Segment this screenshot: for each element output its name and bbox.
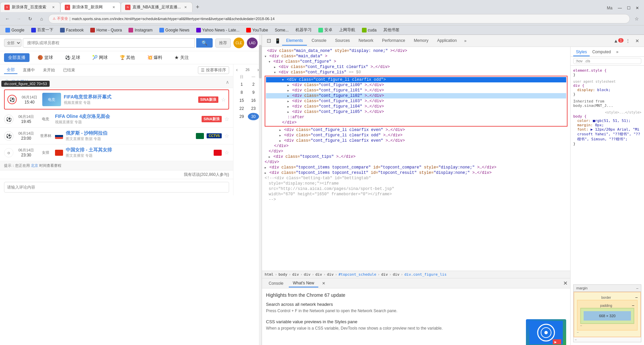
cal-day-23[interactable]: 23: [248, 105, 259, 112]
bc-html[interactable]: html: [265, 272, 274, 277]
reload-button[interactable]: ↻: [25, 14, 35, 23]
nav-basketball[interactable]: 🏀 篮球: [34, 53, 57, 62]
nav-follow[interactable]: ★ 关注: [170, 53, 193, 62]
style-selector-1[interactable]: element.style {: [573, 68, 641, 73]
nav-tennis[interactable]: 🎾 网球: [88, 53, 112, 62]
cal-day-30[interactable]: 30: [248, 113, 259, 120]
tab-3-close[interactable]: ✕: [183, 5, 188, 10]
bc-cont-figure-lis[interactable]: div.cont_figure_lis: [404, 272, 446, 277]
expand-triangle-8[interactable]: ▶: [287, 89, 289, 92]
nav-others[interactable]: 🏆 其他: [116, 53, 139, 62]
styles-tab-computed[interactable]: Computed: [590, 48, 613, 56]
close-bottom-panel[interactable]: ✕: [563, 280, 568, 286]
device-toggle-icon[interactable]: 📱: [273, 37, 281, 45]
close-devtools-icon[interactable]: ✕: [633, 37, 641, 45]
cal-day-22[interactable]: 22: [236, 105, 247, 112]
expand-triangle-9[interactable]: ▶: [287, 94, 289, 97]
inspect-icon[interactable]: ⊡: [265, 37, 273, 45]
html-line-11[interactable]: ▶ <div class="cont_figure_li04" >…</div>: [266, 104, 566, 109]
expand-triangle-12[interactable]: ▶: [287, 111, 289, 114]
search-button[interactable]: 🔍: [196, 38, 213, 48]
expand-triangle-5[interactable]: ▼: [274, 71, 276, 74]
nav-breaking[interactable]: 💥 爆料: [143, 53, 167, 62]
new-tab-button[interactable]: +: [193, 2, 203, 12]
address-bar[interactable]: ⚠ 不安全 | match.sports.sina.com.cn/index.h…: [48, 14, 630, 23]
html-line-5[interactable]: ▼ <div class="cont_figure_lis" == $0: [263, 70, 569, 75]
expand-triangle-tc[interactable]: ▶: [269, 155, 270, 158]
html-line-comment-5[interactable]: -->: [263, 197, 569, 202]
comment-input[interactable]: [4, 182, 229, 193]
html-line-2[interactable]: ▼ <div class="main_data" >: [263, 54, 569, 59]
tab-1[interactable]: S 新浪体育_百度搜索 ✕: [0, 2, 60, 12]
expand-triangle-cmp[interactable]: ▶: [265, 166, 266, 169]
bc-div-6[interactable]: div: [393, 272, 399, 277]
star-button-4[interactable]: ☆: [224, 149, 229, 156]
bc-div-3[interactable]: div: [315, 272, 322, 277]
filter-ended[interactable]: 已结束: [60, 67, 78, 74]
search-input[interactable]: [23, 38, 195, 48]
expand-triangle-2[interactable]: ▼: [265, 55, 266, 58]
bookmark-baidu[interactable]: 百度一下: [29, 26, 56, 33]
expand-triangle-4[interactable]: ▶: [274, 66, 276, 69]
bookmark-gnews[interactable]: Google News: [157, 27, 192, 33]
cal-day-16[interactable]: 16: [248, 97, 259, 104]
nav-all-live[interactable]: 全部直播: [4, 53, 30, 62]
bookmark-ml[interactable]: 机器学习: [293, 26, 314, 33]
bc-div-2[interactable]: div: [304, 272, 311, 277]
tab-elements[interactable]: Elements: [282, 36, 307, 46]
filter-live[interactable]: 直播中: [20, 67, 38, 74]
html-line-7[interactable]: ▶ <div class="cont_figure_li00" >…</div>: [266, 82, 566, 88]
bookmark-facebook[interactable]: Facebook: [57, 27, 87, 33]
html-line-topcont[interactable]: ▶ <div class="topcont_tips" >…</div>: [263, 154, 569, 159]
back-button[interactable]: ←: [3, 14, 12, 23]
filter-all[interactable]: 全部: [4, 66, 17, 74]
bookmark-quora[interactable]: Home - Quora: [88, 27, 124, 33]
bc-topcont-schedule[interactable]: #topcont_schedule: [338, 272, 376, 277]
tab-console-bottom[interactable]: Console: [265, 280, 287, 287]
bookmark-instagram[interactable]: Instagram: [126, 27, 155, 33]
home-button[interactable]: ⌂: [37, 14, 46, 23]
tab-memory[interactable]: Memory: [410, 36, 432, 46]
html-viewer[interactable]: <div class="main_data_none" style="displ…: [262, 47, 570, 271]
html-line-compare[interactable]: ▶ <div class="topcont_items topcont_comp…: [263, 165, 569, 170]
expand-triangle-6[interactable]: ▼: [282, 78, 284, 81]
styles-more-tabs[interactable]: »: [613, 48, 621, 56]
styles-filter-input[interactable]: [573, 58, 641, 64]
html-line-4[interactable]: ▶ <div class="cont_figure_tit clearfix" …: [263, 64, 569, 70]
tab-network[interactable]: Network: [355, 36, 377, 46]
filter-upcoming[interactable]: 未开始: [40, 67, 58, 74]
tab-application[interactable]: Application: [433, 36, 461, 46]
style-selector-div[interactable]: div {: [573, 83, 641, 88]
html-line-15[interactable]: ▶ <div class="cont_figure_li clearfix ev…: [263, 138, 569, 143]
html-line-9[interactable]: ▶ <div class="cont_figure_li02" >…</div>: [266, 93, 566, 98]
tab-sources[interactable]: Sources: [331, 36, 354, 46]
tab-whats-new-close[interactable]: ✕: [320, 279, 328, 287]
tab-2[interactable]: S 新浪体育_新浪网 ✕: [60, 2, 121, 12]
tab-performance[interactable]: Performance: [378, 36, 409, 46]
html-line-comment-3[interactable]: src="http://sina.aicai.com/pages/sina/sp…: [263, 186, 569, 192]
star-button-2[interactable]: ☆: [224, 116, 229, 122]
minimize-button[interactable]: —: [616, 4, 624, 12]
cal-day-15[interactable]: 15: [236, 97, 247, 104]
html-line-close-3[interactable]: </div>: [263, 149, 569, 154]
bc-div-1[interactable]: div: [292, 272, 299, 277]
tab-3[interactable]: N 直播_NBA直播_足球直播... ✕: [121, 2, 193, 12]
close-button[interactable]: ✕: [633, 4, 641, 12]
maximize-button[interactable]: ☐: [625, 4, 633, 12]
collapse-button[interactable]: ∧: [226, 79, 229, 85]
html-line-after[interactable]: ::after: [266, 115, 566, 120]
bookmark-google[interactable]: Google: [3, 27, 27, 33]
bookmark-yahoo[interactable]: Yahoo News - Late...: [194, 27, 242, 33]
bookmark-android[interactable]: 安卓: [316, 26, 335, 33]
html-line-close-2[interactable]: </div>: [263, 143, 569, 149]
expand-triangle-11[interactable]: ▶: [287, 105, 289, 108]
cal-day-9[interactable]: 9: [248, 89, 259, 96]
expand-triangle-14[interactable]: ▶: [279, 134, 281, 137]
nav-soccer[interactable]: ⚽ 足球: [61, 53, 85, 62]
html-line-3[interactable]: ▼ <div class="cont_figure" >: [263, 59, 569, 64]
expand-triangle-res[interactable]: ▶: [265, 171, 266, 175]
html-line-comment-4[interactable]: width="670" height="1650" frameborder="0…: [263, 192, 569, 197]
settings-icon[interactable]: ⋮: [624, 37, 632, 45]
forward-button[interactable]: →: [14, 14, 23, 23]
style-selector-body[interactable]: body {: [573, 114, 641, 119]
